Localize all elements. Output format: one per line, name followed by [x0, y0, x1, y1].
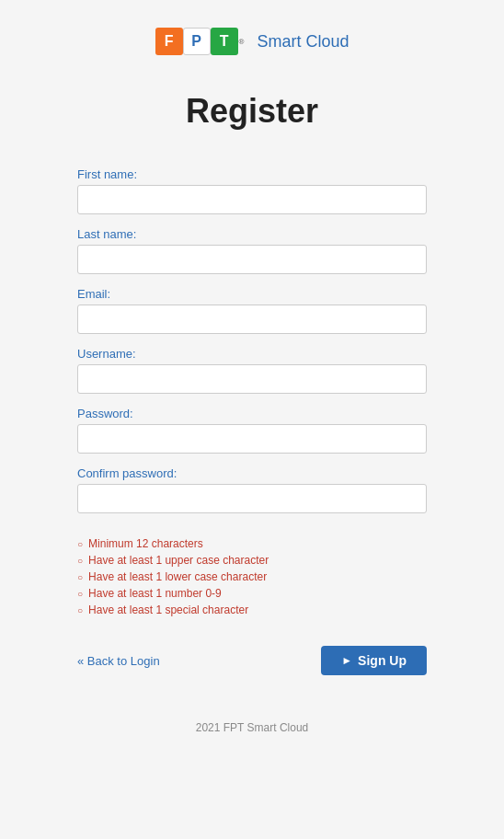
sign-up-label: Sign Up [358, 653, 407, 668]
password-rules-list: Minimum 12 characters Have at least 1 up… [77, 535, 427, 618]
back-to-login-link[interactable]: « Back to Login [77, 654, 160, 668]
logo-letter-t: T [211, 28, 238, 55]
confirm-password-input[interactable] [77, 484, 427, 513]
username-input[interactable] [77, 364, 427, 394]
first-name-group: First name: [77, 167, 427, 214]
logo-area: F P T ® Smart Cloud [155, 28, 349, 55]
rule-item: Have at least 1 upper case character [77, 552, 427, 569]
last-name-group: Last name: [77, 227, 427, 274]
last-name-label: Last name: [77, 227, 427, 241]
fpt-logo: F P T ® [155, 28, 245, 55]
username-label: Username: [77, 347, 427, 361]
footer: 2021 FPT Smart Cloud [196, 721, 309, 734]
rule-item: Minimum 12 characters [77, 535, 427, 552]
email-input[interactable] [77, 305, 427, 334]
confirm-password-label: Confirm password: [77, 466, 427, 480]
password-input[interactable] [77, 424, 427, 454]
email-group: Email: [77, 287, 427, 334]
sign-up-button[interactable]: ► Sign Up [321, 646, 427, 675]
first-name-label: First name: [77, 167, 427, 181]
logo-letter-p: P [183, 28, 211, 55]
rule-item: Have at least 1 lower case character [77, 569, 427, 585]
password-group: Password: [77, 407, 427, 454]
page-title: Register [186, 92, 318, 131]
logo-registered: ® [239, 38, 245, 46]
page-wrapper: F P T ® Smart Cloud Register First name:… [0, 0, 504, 753]
password-label: Password: [77, 407, 427, 420]
username-group: Username: [77, 347, 427, 394]
logo-letter-f: F [155, 28, 183, 55]
register-form: First name: Last name: Email: Username: … [77, 167, 427, 675]
last-name-input[interactable] [77, 245, 427, 274]
chevron-right-icon: ► [341, 654, 352, 667]
confirm-password-group: Confirm password: [77, 466, 427, 513]
form-actions: « Back to Login ► Sign Up [77, 646, 427, 675]
rule-item: Have at least 1 special character [77, 602, 427, 618]
rule-item: Have at least 1 number 0-9 [77, 585, 427, 602]
first-name-input[interactable] [77, 185, 427, 214]
logo-tagline: Smart Cloud [257, 32, 349, 52]
email-label: Email: [77, 287, 427, 301]
